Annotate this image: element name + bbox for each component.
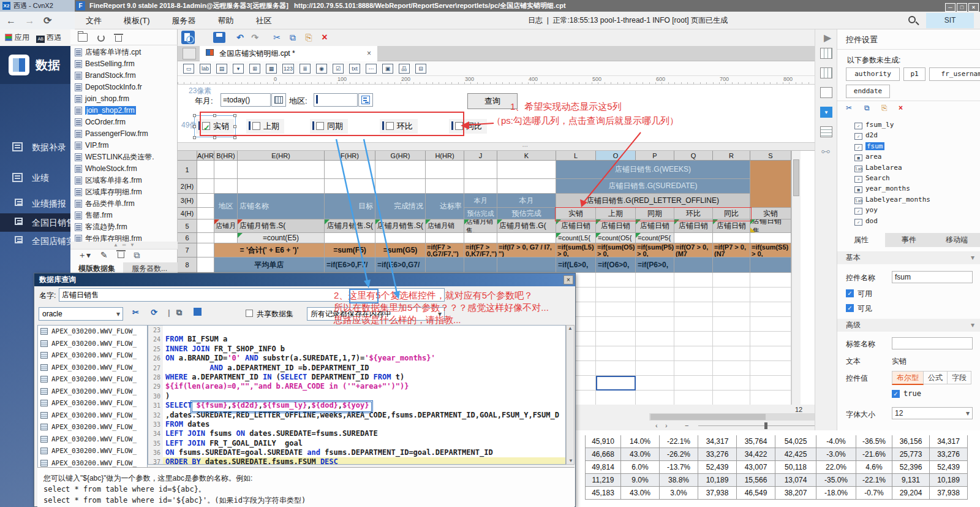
db-table-item[interactable]: APEX_030200.WWV_FLOW_	[38, 445, 147, 457]
value-type-tab-公式[interactable]: 公式	[924, 371, 948, 384]
document-tab[interactable]: 全国店铺实销明细.cpt * ×	[200, 46, 377, 61]
apps-grid-icon[interactable]	[5, 34, 12, 41]
widget-tree-item-Search[interactable]: ⌕Search	[854, 173, 890, 183]
sheet-cell-A2[interactable]	[197, 179, 214, 194]
param-checkbox-环比[interactable]: 环比	[380, 119, 418, 134]
sheet-cell-J5[interactable]: 店铺月销售.	[464, 219, 497, 233]
sheet-cell-O7[interactable]: =if(sum(O5) > 0,	[596, 243, 636, 257]
sheet-cell-K7[interactable]: =if(I7 > 0, G7 / I7, '')	[497, 243, 556, 257]
menu-item[interactable]: 文件	[75, 12, 113, 29]
sidebar-item-2[interactable]: 业绩	[0, 169, 70, 187]
sheet-cell-empty[interactable]	[636, 346, 674, 361]
sheet-cell-O5[interactable]: 店铺日销	[596, 219, 636, 233]
sheet-cell-R7[interactable]: =if(P7 > 0,(N7	[713, 243, 750, 257]
sheet-cell-E2[interactable]	[238, 179, 325, 194]
widget-icon[interactable]: ☑	[333, 64, 344, 74]
hyperlink-icon[interactable]: ⧟	[821, 146, 830, 156]
delete-selection-icon[interactable]: ×	[318, 32, 331, 43]
value-type-tab-布尔型[interactable]: 布尔型	[892, 371, 924, 385]
sheet-cell-E1[interactable]	[238, 161, 325, 179]
file-tree-item[interactable]: BestSelling.frm	[70, 58, 178, 70]
sheet-cell-empty[interactable]	[674, 317, 713, 332]
new-grid-icon[interactable]	[183, 48, 196, 59]
reload-icon[interactable]: ⟳	[43, 15, 51, 26]
column-header-Q[interactable]: Q	[674, 151, 713, 161]
row-header-4(H)[interactable]: 4(H)	[178, 208, 197, 219]
sheet-cell-F7[interactable]: =sum(F5)	[325, 243, 375, 257]
sidebar-item-3[interactable]: 业绩播报	[0, 194, 70, 213]
sheet-cell-L5[interactable]: 店铺日销	[556, 219, 596, 233]
sheet-cell-G3[interactable]: 完成情况	[375, 194, 426, 219]
sheet-cell-S5[interactable]: 店铺日销售.	[750, 219, 791, 233]
param-checkbox-上期[interactable]: 上期	[246, 119, 284, 134]
widget-tree-item-fsum_ly[interactable]: ✓fsum_ly	[854, 120, 894, 130]
sheet-cell-empty[interactable]	[674, 361, 713, 376]
sheet-cell-empty[interactable]	[596, 288, 636, 302]
query-button[interactable]: 查询	[467, 93, 518, 109]
sheet-cell-L4[interactable]: 实销	[556, 208, 596, 219]
file-tree-item[interactable]: 售罄.frm	[70, 210, 178, 221]
row-header-5[interactable]: 5	[178, 219, 197, 233]
sheet-cell-P6[interactable]: =count(P5{	[636, 233, 674, 243]
column-header-S[interactable]: S	[750, 151, 791, 161]
menu-item[interactable]: 帮助	[207, 12, 245, 29]
sheet-cell-K6[interactable]	[497, 233, 556, 243]
db-table-item[interactable]: APEX_030200.WWV_FLOW_	[38, 362, 147, 374]
column-header-H[interactable]: H(HR)	[426, 151, 464, 161]
share-dataset-checkbox[interactable]	[246, 310, 253, 317]
sheet-cell-empty[interactable]	[713, 317, 750, 332]
sheet-cell-L3[interactable]: 店铺日销售.G(RED_LETTER_OFFLINE)	[556, 194, 750, 208]
add-dataset-button[interactable]: ＋▾	[78, 250, 91, 260]
paste-widget-icon[interactable]: ⎘	[881, 104, 888, 112]
sheet-cell-F1[interactable]	[325, 161, 375, 179]
sidebar-item-5[interactable]: 全国店铺实销	[0, 232, 70, 250]
sheet-cell-J3[interactable]: 本月	[464, 194, 497, 208]
row-header-3(H)[interactable]: 3(H)	[178, 194, 197, 208]
panel-tab-移动端[interactable]: 移动端	[933, 233, 980, 247]
area-input[interactable]	[314, 93, 358, 107]
float-element-icon[interactable]	[820, 87, 832, 98]
calendar-button[interactable]	[271, 93, 286, 107]
file-tree-item[interactable]: WESTLINK品类连带.	[70, 151, 178, 163]
column-header-R[interactable]: R	[713, 151, 750, 161]
widget-icon[interactable]: ⊞	[249, 64, 260, 74]
sheet-cell-F2[interactable]	[325, 179, 375, 194]
remove-dataset-icon[interactable]	[118, 252, 124, 258]
sheet-cell-G1[interactable]	[375, 161, 426, 179]
sheet-cell-Q5[interactable]: 店铺日销	[674, 219, 713, 233]
log-label[interactable]: 日志	[528, 16, 543, 25]
cell-attr-icon[interactable]	[820, 48, 832, 59]
value-type-tab-字段[interactable]: 字段	[948, 371, 971, 384]
sheet-cell-F5[interactable]: 店铺月销售.S(	[325, 219, 375, 233]
db-table-item[interactable]: APEX_030200.WWV_FLOW_	[38, 397, 147, 410]
sheet-cell-empty[interactable]	[674, 302, 713, 317]
widget-icon[interactable]: ≣	[300, 64, 311, 74]
db-table-item[interactable]: APEX_030200.WWV_FLOW_	[38, 433, 147, 446]
widget-icon[interactable]: ◉	[316, 64, 327, 74]
enabled-checkbox[interactable]: ✓	[846, 289, 854, 297]
sheet-cell-L7[interactable]: =if(sum(L5) > 0,	[556, 243, 596, 257]
sheet-cell-B3[interactable]: 地区	[214, 194, 238, 219]
column-header-L[interactable]: L	[556, 151, 596, 161]
widget-tree-item-Labelyear_months[interactable]: labLabelyear_months	[854, 195, 930, 205]
file-tree-item[interactable]: 客流趋势.frm	[70, 221, 178, 233]
collapse-panel-icon[interactable]: ▶	[824, 32, 831, 44]
widget-tree-item-d2d[interactable]: ✓d2d	[854, 131, 878, 140]
sheet-cell-empty[interactable]	[713, 332, 750, 346]
param-checkbox-同期[interactable]: 同期	[310, 119, 348, 134]
sheet-cell-P4[interactable]: 同期	[636, 208, 674, 219]
sidebar-item-4[interactable]: 全国日销售	[0, 213, 70, 232]
file-tree-item[interactable]: OcOrder.frm	[70, 116, 178, 128]
widget-tree-item-Labelarea[interactable]: labLabelarea	[854, 163, 902, 173]
sheet-cell-E3[interactable]: 店铺名称	[238, 194, 325, 219]
file-tree-item[interactable]: 区域客单排名.frm	[70, 175, 178, 186]
sheet-cell-B1[interactable]	[214, 161, 238, 179]
widget-tree-item-yoy[interactable]: ✓yoy	[854, 205, 878, 215]
widget-icon[interactable]: ▤	[216, 64, 227, 74]
sheet-cell-Q6[interactable]	[674, 233, 713, 243]
delete-widget-icon[interactable]: ×	[899, 104, 903, 112]
sheet-cell-P7[interactable]: =if(sum(P5) > 0,	[636, 243, 674, 257]
widget-icon[interactable]: 品	[399, 64, 410, 74]
widget-icon[interactable]: ▣	[382, 64, 393, 74]
copy-icon[interactable]: ⧉	[287, 32, 299, 43]
